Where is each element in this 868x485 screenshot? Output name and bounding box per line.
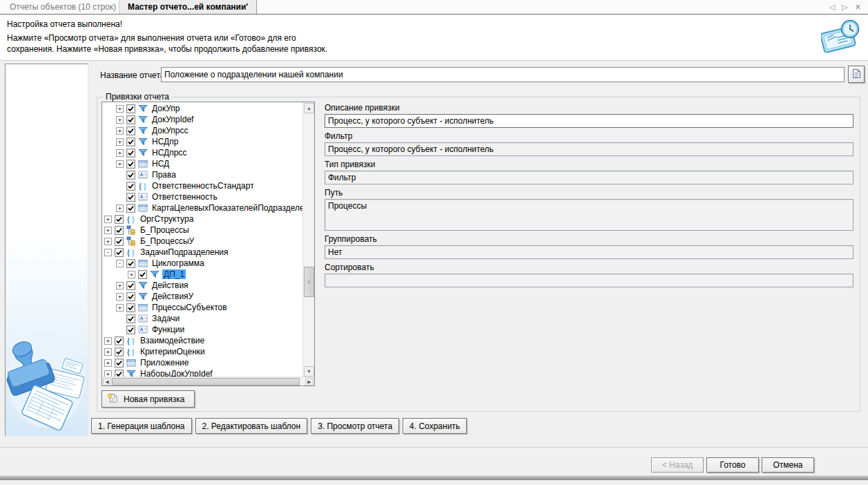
tree-item[interactable]: +ДокУпр xyxy=(103,103,302,114)
tree-item[interactable]: {}ОтветственностьСтандарт xyxy=(103,180,302,191)
tree-item[interactable]: AОтветственность xyxy=(103,191,302,202)
tree-item-label[interactable]: Б_Процессы xyxy=(139,225,191,235)
collapse-icon[interactable]: - xyxy=(104,249,112,256)
tree-item-label[interactable]: КартаЦелевыхПоказателейПодразделения xyxy=(151,203,302,213)
tree-item[interactable]: +Б_ПроцессыУ xyxy=(103,236,302,247)
expand-icon[interactable]: + xyxy=(116,293,124,301)
expand-icon[interactable]: + xyxy=(104,359,112,367)
checkbox[interactable] xyxy=(126,115,135,124)
tree-item[interactable]: +ДействияУ xyxy=(103,291,302,302)
tree-item-label[interactable]: ПрцессыСубъектов xyxy=(151,303,229,312)
checkbox[interactable] xyxy=(115,348,124,356)
tree-item[interactable]: AФункции xyxy=(103,324,302,335)
new-binding-button[interactable]: Новая привязка xyxy=(102,390,195,408)
expand-icon[interactable]: + xyxy=(116,105,124,113)
tree-item[interactable]: +НСДпр xyxy=(103,136,302,147)
report-name-input[interactable] xyxy=(161,67,845,82)
tree-item[interactable]: -Циклограмма xyxy=(103,258,302,269)
checkbox[interactable] xyxy=(115,215,124,224)
horizontal-scroll-thumb[interactable] xyxy=(112,378,300,386)
field-value[interactable]: Процесс, у которого субъект - исполнител… xyxy=(325,114,853,128)
tree-item[interactable]: +ПрцессыСубъектов xyxy=(103,302,302,313)
checkbox[interactable] xyxy=(126,314,135,323)
tree-vertical-scrollbar[interactable]: ▲ ≡ ▼ xyxy=(302,102,314,377)
tree-item-label[interactable]: НСД xyxy=(151,159,171,169)
tree-horizontal-scrollbar[interactable]: ◀ ▶ xyxy=(102,377,314,386)
tree-item[interactable]: +НСД xyxy=(103,158,302,169)
expand-icon[interactable]: + xyxy=(104,337,112,345)
tree-item-label[interactable]: ДействияУ xyxy=(151,292,195,301)
tree-item[interactable]: AЗадачи xyxy=(103,313,302,324)
tree-item[interactable]: +КартаЦелевыхПоказателейПодразделения xyxy=(103,202,302,213)
checkbox[interactable] xyxy=(126,137,135,146)
checkbox[interactable] xyxy=(126,193,135,202)
scroll-down-icon[interactable]: ▼ xyxy=(304,366,314,377)
wizard-step-button-1[interactable]: 1. Генерация шаблона xyxy=(91,418,192,434)
tree-item[interactable]: AПрава xyxy=(103,169,302,180)
scroll-left-icon[interactable]: ◀ xyxy=(103,378,111,386)
tree-item[interactable]: +{}Взаимодействие xyxy=(103,335,302,346)
back-button[interactable]: < Назад xyxy=(651,457,704,473)
expand-icon[interactable]: + xyxy=(104,370,112,377)
checkbox[interactable] xyxy=(115,370,124,377)
expand-icon[interactable]: + xyxy=(104,348,112,356)
expand-icon[interactable]: + xyxy=(116,127,124,135)
tree-item-label[interactable]: ДП_1 xyxy=(162,269,186,279)
expand-icon[interactable]: + xyxy=(116,205,124,212)
tab-prev-icon[interactable]: ◁ xyxy=(829,3,835,11)
expand-icon[interactable]: + xyxy=(104,216,112,223)
tab-close-icon[interactable]: ✕ xyxy=(855,3,861,11)
expand-icon[interactable]: + xyxy=(116,149,124,157)
tree-item-label[interactable]: Функции xyxy=(151,325,186,334)
checkbox[interactable] xyxy=(138,270,147,279)
report-name-document-button[interactable] xyxy=(848,66,865,83)
expand-icon[interactable]: + xyxy=(128,271,135,278)
wizard-step-button-4[interactable]: 4. Сохранить xyxy=(403,418,467,434)
tree-item-label[interactable]: ДокУпр xyxy=(151,104,181,113)
tree-item-label[interactable]: НаборыДокУпрIdef xyxy=(139,369,214,377)
checkbox[interactable] xyxy=(126,281,135,290)
expand-icon[interactable]: + xyxy=(104,227,112,234)
tree-item-label[interactable]: НСДпрсс xyxy=(151,148,188,158)
scroll-up-icon[interactable]: ▲ xyxy=(304,103,314,113)
checkbox[interactable] xyxy=(115,248,124,257)
expand-icon[interactable]: + xyxy=(116,138,124,146)
checkbox[interactable] xyxy=(126,325,135,334)
tree-item[interactable]: +ДокУпрIdef xyxy=(103,114,302,125)
tree-item-label[interactable]: Действия xyxy=(151,280,190,290)
tree-item[interactable]: +Приложение xyxy=(103,357,302,368)
checkbox[interactable] xyxy=(126,160,135,169)
tree-item[interactable]: +НСДпрсс xyxy=(103,147,302,158)
checkbox[interactable] xyxy=(115,226,124,235)
tree-item-label[interactable]: Права xyxy=(151,170,177,180)
tree-item-label[interactable]: ДокУпрIdef xyxy=(151,115,195,124)
wizard-step-button-3[interactable]: 3. Просмотр отчета xyxy=(311,418,399,434)
tab-next-icon[interactable]: ▷ xyxy=(842,3,847,11)
tree-item-label[interactable]: Взаимодействие xyxy=(139,336,206,345)
expand-icon[interactable]: + xyxy=(116,116,124,124)
tree-item-label[interactable]: Ответственность xyxy=(151,192,219,202)
checkbox[interactable] xyxy=(115,237,124,246)
vertical-scroll-thumb[interactable]: ≡ xyxy=(304,267,314,297)
collapse-icon[interactable]: - xyxy=(116,260,124,267)
checkbox[interactable] xyxy=(126,303,135,312)
tab-object-reports[interactable]: Отчеты объектов (10 строк) xyxy=(1,0,124,14)
tree-item[interactable]: +Б_Процессы xyxy=(103,225,302,236)
tree-item-label[interactable]: ЗадачиПодразделения xyxy=(139,247,230,257)
tree-item-label[interactable]: Приложение xyxy=(139,358,190,368)
tree-item-label[interactable]: ОргСтруктура xyxy=(139,214,195,224)
checkbox[interactable] xyxy=(126,104,135,113)
tree-item[interactable]: +НаборыДокУпрIdef xyxy=(103,368,302,377)
tree-item[interactable]: +ДокУпрсс xyxy=(103,125,302,136)
tree-item-label[interactable]: ДокУпрсс xyxy=(151,126,189,135)
checkbox[interactable] xyxy=(115,359,124,368)
expand-icon[interactable]: + xyxy=(116,160,124,168)
scroll-right-icon[interactable]: ▶ xyxy=(305,378,314,386)
expand-icon[interactable]: + xyxy=(104,238,112,245)
tree-item-label[interactable]: ОтветственностьСтандарт xyxy=(151,181,255,191)
tree-item-label[interactable]: Циклограмма xyxy=(151,258,206,268)
expand-icon[interactable]: + xyxy=(116,282,124,289)
checkbox[interactable] xyxy=(115,336,124,345)
tab-report-master[interactable]: Мастер отчето...ей компании' xyxy=(119,0,257,14)
checkbox[interactable] xyxy=(126,126,135,135)
